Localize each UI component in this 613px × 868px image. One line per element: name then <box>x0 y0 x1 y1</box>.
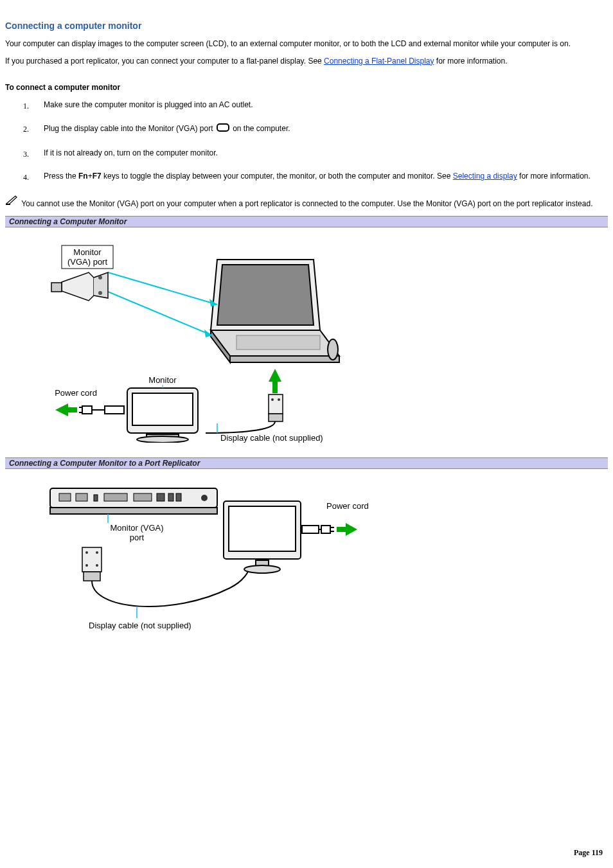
svg-point-8 <box>98 291 102 295</box>
svg-rect-0 <box>217 124 229 131</box>
svg-point-12 <box>271 398 274 401</box>
figure-1-diagram: Monitor (VGA) port <box>5 227 608 454</box>
svg-rect-6 <box>51 283 62 292</box>
figure-1-caption: Connecting a Computer Monitor <box>5 216 608 227</box>
plus: + <box>88 172 93 181</box>
svg-marker-23 <box>55 403 68 416</box>
label-vga-line1: Monitor <box>73 247 102 257</box>
step-3: 3. If it is not already on, turn on the … <box>31 147 608 159</box>
flat-panel-link[interactable]: Connecting a Flat-Panel Display <box>324 57 434 66</box>
key-f7: F7 <box>93 172 102 181</box>
svg-point-36 <box>201 495 208 501</box>
selecting-display-link[interactable]: Selecting a display <box>453 172 517 181</box>
svg-point-17 <box>137 436 188 443</box>
step-text: for more information. <box>517 172 591 181</box>
svg-rect-15 <box>132 393 193 425</box>
note-text: You cannot use the Monitor (VGA) port on… <box>21 199 592 208</box>
step-number: 2. <box>23 123 29 135</box>
svg-rect-29 <box>76 493 87 501</box>
figure-2-caption: Connecting a Computer Monitor to a Port … <box>5 457 608 469</box>
svg-rect-1 <box>236 335 320 350</box>
svg-marker-9 <box>269 369 281 382</box>
label-monitor: Monitor <box>148 375 177 385</box>
svg-rect-11 <box>269 394 283 414</box>
svg-rect-30 <box>94 495 98 501</box>
vga-port-icon <box>217 122 229 136</box>
svg-point-2 <box>328 339 338 360</box>
svg-rect-10 <box>272 382 278 393</box>
svg-point-41 <box>85 564 88 567</box>
svg-point-39 <box>85 551 88 554</box>
svg-point-40 <box>96 551 98 554</box>
key-fn: Fn <box>78 172 88 181</box>
label-display-cable: Display cable (not supplied) <box>220 433 323 443</box>
page-title: Connecting a computer monitor <box>5 21 608 31</box>
figure-2-diagram: Monitor (VGA) port Power cord <box>5 469 608 660</box>
svg-rect-24 <box>68 407 77 412</box>
intro-paragraph-1: Your computer can display images to the … <box>5 39 608 49</box>
svg-point-42 <box>96 564 98 567</box>
intro-paragraph-2: If you purchased a port replicator, you … <box>5 56 608 67</box>
label-power: Power cord <box>326 501 369 511</box>
svg-rect-38 <box>82 547 102 572</box>
step-text: Make sure the computer monitor is plugge… <box>44 100 253 109</box>
step-2: 2. Plug the display cable into the Monit… <box>31 122 608 136</box>
svg-rect-34 <box>168 493 173 501</box>
svg-point-13 <box>278 398 280 401</box>
step-text: on the computer. <box>233 124 290 133</box>
svg-point-7 <box>98 276 102 279</box>
svg-rect-44 <box>229 506 296 551</box>
step-text: Press the <box>44 172 78 181</box>
svg-rect-33 <box>157 493 164 501</box>
svg-rect-51 <box>337 527 346 532</box>
label-vga-line2: port <box>130 533 145 542</box>
step-text: Plug the display cable into the Monitor … <box>44 124 215 133</box>
step-number: 3. <box>23 148 29 160</box>
label-power: Power cord <box>55 388 97 398</box>
svg-rect-19 <box>105 406 124 414</box>
svg-point-46 <box>244 565 280 573</box>
note-pencil-icon <box>5 195 18 208</box>
svg-rect-31 <box>104 493 127 501</box>
svg-marker-52 <box>346 523 357 536</box>
svg-rect-28 <box>59 493 71 501</box>
note-paragraph: You cannot use the Monitor (VGA) port on… <box>5 195 608 209</box>
svg-rect-27 <box>50 508 217 514</box>
procedure-heading: To connect a computer monitor <box>5 82 608 93</box>
step-1: 1. Make sure the computer monitor is plu… <box>31 99 608 111</box>
label-vga-line1: Monitor (VGA) <box>110 523 163 533</box>
label-vga-line2: (VGA) port <box>67 257 108 267</box>
svg-rect-35 <box>176 493 181 501</box>
step-4: 4. Press the Fn+F7 keys to toggle the di… <box>31 170 608 182</box>
steps-list: 1. Make sure the computer monitor is plu… <box>5 99 608 182</box>
svg-rect-47 <box>302 526 319 533</box>
step-number: 1. <box>23 100 29 112</box>
text: for more information. <box>434 57 507 66</box>
step-number: 4. <box>23 172 29 183</box>
step-text: keys to toggle the display between your … <box>102 172 453 181</box>
step-text: If it is not already on, turn on the com… <box>44 148 218 157</box>
label-display-cable: Display cable (not supplied) <box>89 621 191 630</box>
text: If you purchased a port replicator, you … <box>5 57 324 66</box>
svg-rect-32 <box>134 493 152 501</box>
